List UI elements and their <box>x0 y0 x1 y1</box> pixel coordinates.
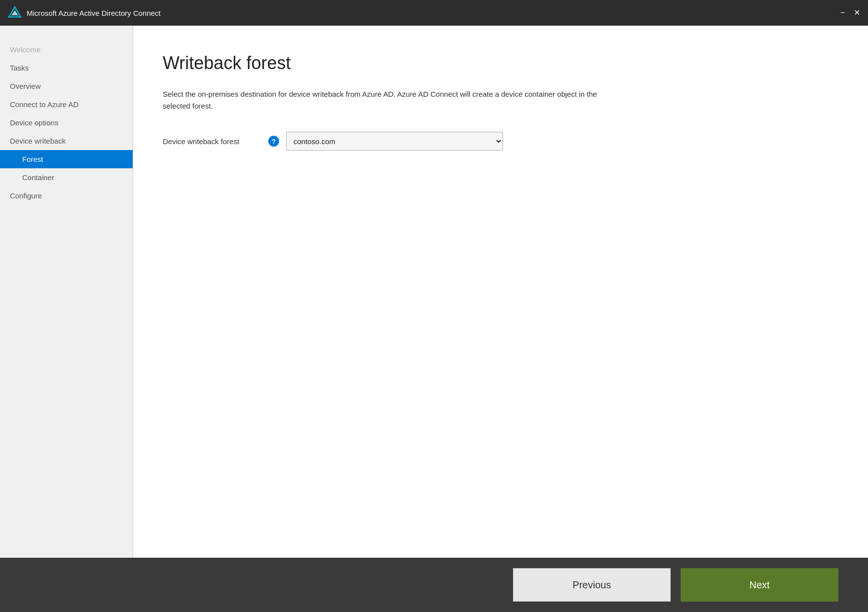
sidebar-item-device-options[interactable]: Device options <box>0 114 133 132</box>
forest-form-row: Device writeback forest ? contoso.com <box>163 132 838 151</box>
forest-label: Device writeback forest <box>163 137 261 146</box>
azure-logo <box>8 6 22 20</box>
window-controls: − ✕ <box>840 9 860 17</box>
sidebar-item-welcome[interactable]: Welcome <box>0 40 133 59</box>
sidebar-item-configure[interactable]: Configure <box>0 187 133 205</box>
sidebar-item-forest[interactable]: Forest <box>0 150 133 168</box>
sidebar-item-connect-azure-ad[interactable]: Connect to Azure AD <box>0 95 133 114</box>
previous-button[interactable]: Previous <box>513 568 671 602</box>
page-description: Select the on-premises destination for d… <box>163 88 607 112</box>
content-area: Welcome Tasks Overview Connect to Azure … <box>0 26 868 558</box>
app-title: Microsoft Azure Active Directory Connect <box>27 9 840 17</box>
page-title: Writeback forest <box>163 53 838 74</box>
main-content: Writeback forest Select the on-premises … <box>133 26 868 558</box>
minimize-button[interactable]: − <box>840 9 845 17</box>
next-button[interactable]: Next <box>681 568 838 602</box>
sidebar: Welcome Tasks Overview Connect to Azure … <box>0 26 133 558</box>
help-icon[interactable]: ? <box>268 136 279 147</box>
sidebar-item-tasks[interactable]: Tasks <box>0 59 133 77</box>
footer: Previous Next <box>0 558 868 612</box>
sidebar-item-device-writeback[interactable]: Device writeback <box>0 132 133 150</box>
forest-dropdown[interactable]: contoso.com <box>286 132 503 151</box>
main-window: Welcome Tasks Overview Connect to Azure … <box>0 26 868 612</box>
titlebar: Microsoft Azure Active Directory Connect… <box>0 0 868 26</box>
sidebar-item-container[interactable]: Container <box>0 168 133 187</box>
close-button[interactable]: ✕ <box>854 9 860 17</box>
sidebar-item-overview[interactable]: Overview <box>0 77 133 95</box>
